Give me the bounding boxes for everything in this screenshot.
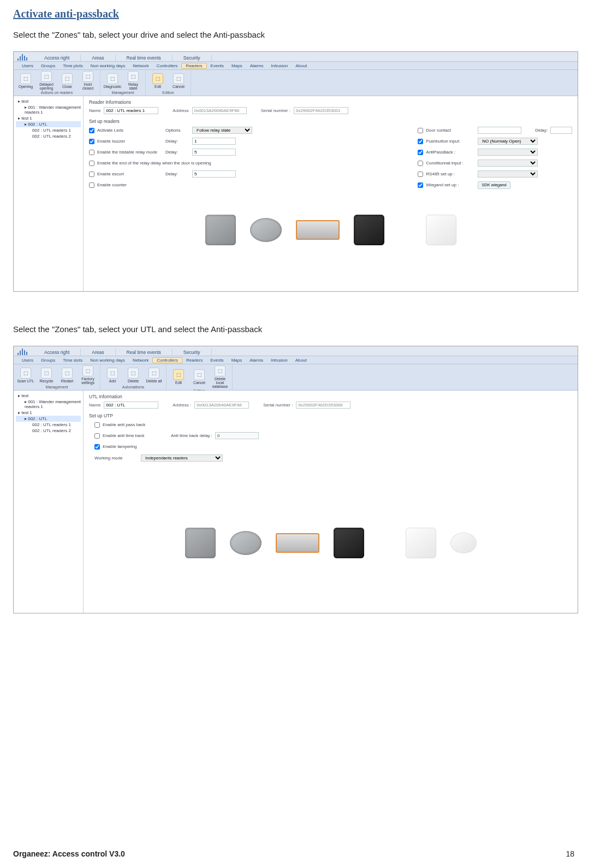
- option-button[interactable]: SDK wiegand: [478, 181, 510, 189]
- add-button[interactable]: ⬚Add: [104, 368, 121, 383]
- option-row: Enable escortDelay:: [89, 170, 252, 178]
- device-black-reader: [354, 215, 384, 245]
- delete-db-button[interactable]: ⬚Delete local database: [211, 365, 229, 388]
- hold-closed-button[interactable]: ⬚Hold closed: [79, 71, 97, 90]
- option-row: Enable anti pass back: [94, 421, 572, 429]
- name-input[interactable]: [104, 401, 158, 409]
- option-checkbox[interactable]: [94, 422, 100, 428]
- delayed-opening-button[interactable]: ⬚Delayed opening: [38, 71, 55, 90]
- relay-state-button[interactable]: ⬚Relay state: [124, 71, 142, 90]
- sub-tab-non-working-days[interactable]: Non working days: [87, 63, 129, 68]
- option-select[interactable]: NO (Normaly Open): [478, 138, 538, 145]
- tree-item[interactable]: 002 : UTL readers 2: [16, 428, 81, 434]
- sub-tab-readers[interactable]: Readers: [181, 63, 206, 69]
- option-checkbox[interactable]: [94, 444, 100, 450]
- top-tab[interactable]: Areas: [81, 349, 115, 356]
- sub-tab-maps[interactable]: Maps: [228, 358, 246, 363]
- option-select[interactable]: [478, 149, 538, 156]
- delay-input[interactable]: [550, 127, 572, 134]
- option-checkbox[interactable]: [418, 161, 423, 166]
- scan-utl-button[interactable]: ⬚Scan UTL: [17, 368, 34, 383]
- cancel-button[interactable]: ⬚Cancel: [191, 369, 208, 385]
- sub-tab-controllers[interactable]: Controllers: [152, 357, 182, 363]
- tree-item[interactable]: 002 : UTL readers 1: [16, 127, 81, 133]
- name-input[interactable]: [104, 107, 158, 114]
- cancel-button[interactable]: ⬚Cancel: [170, 73, 187, 88]
- tree-item[interactable]: ▸ 001 : Wander management readers 1: [16, 104, 81, 115]
- edit-button[interactable]: ⬚Edit: [149, 73, 167, 88]
- sub-tab-alarms[interactable]: Alarms: [246, 63, 268, 68]
- diagnostic-button[interactable]: ⬚Diagnostic: [104, 73, 121, 88]
- tree-item[interactable]: 002 : UTL readers 1: [16, 422, 81, 428]
- delete-all-button[interactable]: ⬚Delete all: [145, 368, 163, 383]
- sub-tab-controllers[interactable]: Controllers: [153, 63, 182, 68]
- top-tabs: Access rightAreasReal time eventsSecurit…: [14, 52, 578, 62]
- sub-tab-users[interactable]: Users: [18, 63, 37, 68]
- tree-item[interactable]: ▸ 002 : UTL: [16, 121, 81, 127]
- tree-item[interactable]: ▸ 002 : UTL: [16, 416, 81, 422]
- sub-tab-alarms[interactable]: Alarms: [246, 358, 267, 363]
- option-checkbox[interactable]: [418, 182, 423, 188]
- option-input[interactable]: [478, 127, 521, 134]
- option-checkbox[interactable]: [89, 150, 94, 155]
- sub-tab-about[interactable]: About: [292, 63, 311, 68]
- close-button[interactable]: ⬚Close: [58, 73, 76, 88]
- tree-item[interactable]: 002 : UTL readers 2: [16, 133, 81, 139]
- option-checkbox[interactable]: [418, 150, 423, 155]
- sub-tab-intrusion[interactable]: Intrusion: [268, 63, 292, 68]
- top-tab[interactable]: Real time events: [116, 349, 173, 356]
- opening-button[interactable]: ⬚Opening: [17, 73, 34, 88]
- top-tab[interactable]: Security: [173, 349, 212, 356]
- recycle-button[interactable]: ⬚Recycle: [38, 368, 55, 383]
- option-checkbox[interactable]: [418, 172, 423, 177]
- edit-button[interactable]: ⬚Edit: [170, 369, 187, 385]
- option-checkbox[interactable]: [418, 128, 423, 133]
- option-checkbox[interactable]: [89, 139, 94, 144]
- working-mode-select[interactable]: Independants readers: [141, 454, 223, 462]
- restart-button[interactable]: ⬚Restart: [58, 368, 76, 383]
- sub-tab-events[interactable]: Events: [207, 63, 228, 68]
- sub-tab-intrusion[interactable]: Intrusion: [267, 358, 292, 363]
- sub-tab-groups[interactable]: Groups: [37, 63, 59, 68]
- option-checkbox[interactable]: [89, 172, 94, 177]
- sub-tab-about[interactable]: About: [292, 358, 311, 363]
- top-tab[interactable]: Access right: [33, 55, 81, 61]
- tree-item[interactable]: ▸ test 1: [16, 115, 81, 121]
- option-row: Door contactDelay:: [418, 126, 572, 134]
- sub-tab-events[interactable]: Events: [206, 358, 227, 363]
- option-select[interactable]: [478, 170, 538, 178]
- option-checkbox[interactable]: [89, 128, 94, 133]
- sub-tab-users[interactable]: Users: [18, 358, 37, 363]
- sub-tab-readers[interactable]: Readers: [182, 358, 206, 363]
- tree-item[interactable]: ▸ test 1: [16, 410, 81, 416]
- tree-item[interactable]: ▸ 001 : Wander management readers 1: [16, 399, 81, 410]
- option-checkbox[interactable]: [418, 139, 423, 144]
- sub-tab-maps[interactable]: Maps: [228, 63, 246, 68]
- sub-tab-groups[interactable]: Groups: [37, 358, 59, 363]
- option-input[interactable]: [192, 149, 236, 156]
- sub-tab-non-working-days[interactable]: Non working days: [86, 358, 129, 363]
- option-row: Enable buzzerDelay:: [89, 137, 252, 145]
- option-checkbox[interactable]: [89, 161, 94, 166]
- option-select[interactable]: Follow relay state: [192, 127, 252, 134]
- tree-item[interactable]: ▸ test: [16, 98, 81, 104]
- sub-tab-time-plots[interactable]: Time plots: [59, 63, 87, 68]
- delete-button[interactable]: ⬚Delete: [124, 368, 142, 383]
- setup-title: Set up readers: [89, 119, 572, 124]
- sub-tab-network[interactable]: Network: [129, 358, 152, 363]
- factory-button[interactable]: ⬚Factory settings: [79, 365, 97, 385]
- device-oval-reader: [230, 531, 262, 555]
- top-tab[interactable]: Access right: [33, 349, 81, 356]
- sub-tab-time-slots[interactable]: Time slots: [59, 358, 86, 363]
- option-input[interactable]: [192, 170, 236, 178]
- top-tab[interactable]: Security: [173, 55, 212, 61]
- top-tab[interactable]: Real time events: [116, 55, 173, 61]
- tree-item[interactable]: ▸ test: [16, 393, 81, 399]
- option-input[interactable]: [192, 138, 236, 145]
- edit-icon: ⬚: [173, 369, 184, 380]
- option-checkbox[interactable]: [89, 182, 94, 188]
- option-select[interactable]: [478, 160, 538, 167]
- top-tab[interactable]: Areas: [81, 55, 115, 61]
- option-checkbox[interactable]: [94, 433, 100, 439]
- sub-tab-network[interactable]: Network: [129, 63, 152, 68]
